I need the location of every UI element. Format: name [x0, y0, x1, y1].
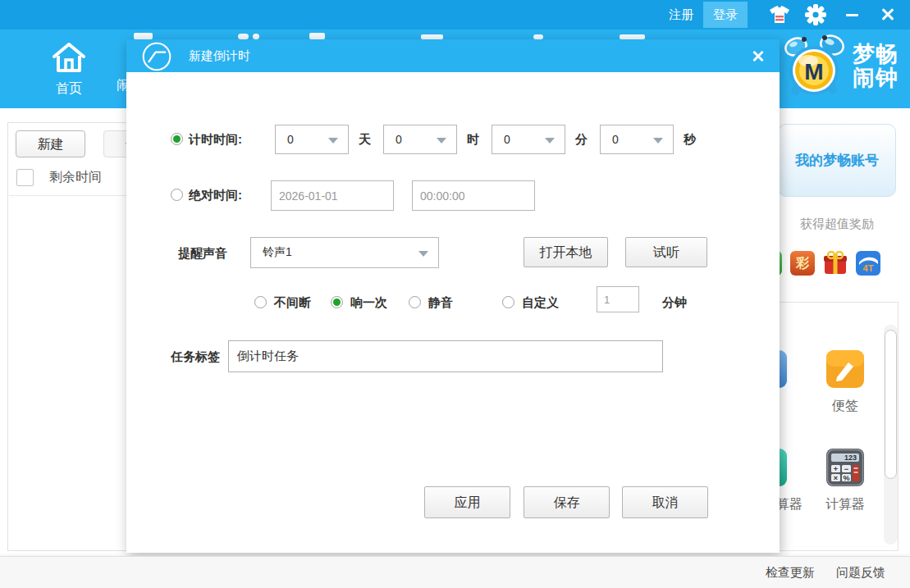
window-close-button[interactable]: [876, 2, 900, 27]
apply-button[interactable]: 应用: [424, 486, 510, 518]
preview-sound-button[interactable]: 试听: [625, 237, 707, 267]
nav-home[interactable]: 首页: [44, 41, 94, 98]
nav-icon-fragment: [309, 33, 325, 39]
ring-continuous-label[interactable]: 不间断: [274, 295, 311, 311]
custom-minutes-input[interactable]: 1: [597, 286, 639, 312]
chevron-down-icon: [653, 138, 663, 144]
unit-days: 天: [359, 132, 371, 148]
account-card[interactable]: 我的梦畅账号: [778, 124, 896, 197]
scrollbar-thumb[interactable]: [885, 330, 897, 479]
dialog-close-button[interactable]: [748, 46, 768, 66]
minimize-button[interactable]: [839, 2, 864, 27]
promo-4t-icon[interactable]: 4T: [856, 251, 880, 276]
task-label: 任务标签: [171, 349, 220, 365]
column-remaining-time: 剩余时间: [49, 169, 102, 186]
notes-app-icon[interactable]: [826, 350, 864, 388]
calculator-app-icon[interactable]: 123 + − × %: [826, 449, 864, 486]
settings-gear-icon[interactable]: [803, 2, 828, 27]
cancel-button[interactable]: 取消: [622, 486, 708, 518]
nav-icon-fragment: [253, 34, 259, 39]
timer-time-radio[interactable]: [171, 133, 183, 145]
login-link[interactable]: 登录: [703, 2, 748, 28]
svg-text:−: −: [844, 465, 848, 473]
apps-panel: [776, 302, 899, 551]
alarm-clock-logo-icon: M: [782, 34, 848, 98]
time-input[interactable]: 00:00:00: [412, 180, 535, 211]
open-local-button[interactable]: 打开本地: [524, 237, 608, 267]
ring-once-label[interactable]: 响一次: [350, 295, 387, 311]
check-update-link[interactable]: 检查更新: [766, 565, 815, 581]
minutes-dropdown[interactable]: 0: [492, 125, 565, 154]
absolute-time-radio[interactable]: [171, 189, 183, 201]
svg-text:4T: 4T: [863, 263, 874, 273]
app-name: 梦畅 闹钟: [853, 43, 899, 90]
timer-time-label: 计时时间:: [189, 132, 242, 148]
chevron-down-icon: [545, 138, 555, 144]
unit-seconds: 秒: [684, 132, 696, 148]
chevron-down-icon: [418, 251, 428, 257]
new-countdown-dialog: 新建倒计时 计时时间: 0 天 0 时 0 分 0 秒 绝对时间: 2026-0…: [126, 39, 780, 553]
skin-shirt-icon[interactable]: [767, 2, 792, 27]
ring-once-radio[interactable]: [331, 296, 343, 308]
svg-text:×: ×: [834, 474, 838, 482]
account-label: 我的梦畅账号: [795, 151, 879, 170]
absolute-time-label: 绝对时间:: [189, 188, 242, 203]
seconds-dropdown[interactable]: 0: [600, 125, 674, 154]
ring-continuous-radio[interactable]: [254, 296, 267, 308]
app-logo: M 梦畅 闹钟: [782, 34, 899, 98]
ring-mute-label[interactable]: 静音: [428, 295, 453, 311]
date-input[interactable]: 2026-01-01: [271, 180, 394, 211]
custom-minutes-unit: 分钟: [662, 295, 687, 311]
chevron-down-icon: [328, 138, 338, 144]
chevron-down-icon: [437, 138, 446, 144]
statusbar: 检查更新 问题反馈: [0, 556, 910, 588]
nav-icon-fragment: [238, 34, 249, 39]
svg-text:123: 123: [844, 454, 857, 462]
nav-icon-fragment: [134, 33, 153, 39]
app-window: 注册 登录: [0, 0, 910, 588]
hours-dropdown[interactable]: 0: [383, 125, 457, 154]
select-all-checkbox[interactable]: [16, 169, 34, 186]
dialog-title: 新建倒计时: [189, 39, 250, 72]
feedback-link[interactable]: 问题反馈: [836, 565, 885, 581]
rewards-title: 获得超值奖励: [775, 217, 899, 232]
calculator-app-label[interactable]: 计算器: [825, 496, 865, 513]
ringtone-dropdown[interactable]: 铃声1: [250, 237, 439, 268]
promo-lottery-icon[interactable]: 彩: [790, 251, 815, 276]
ring-mute-radio[interactable]: [409, 296, 421, 308]
nav-home-label: 首页: [44, 80, 94, 98]
svg-text:%: %: [843, 474, 849, 482]
new-task-button[interactable]: 新建: [16, 130, 85, 157]
dialog-titlebar: 新建倒计时: [126, 39, 780, 72]
ring-custom-radio[interactable]: [502, 296, 514, 308]
ring-custom-label[interactable]: 自定义: [522, 295, 559, 311]
unit-hours: 时: [467, 132, 479, 148]
svg-text:M: M: [804, 59, 823, 84]
task-name-input[interactable]: 倒计时任务: [228, 340, 663, 372]
notes-app-label[interactable]: 便签: [832, 398, 858, 415]
svg-text:+: +: [834, 465, 838, 473]
promo-gift-icon[interactable]: [823, 251, 848, 276]
save-button[interactable]: 保存: [524, 486, 610, 518]
register-link[interactable]: 注册: [659, 2, 703, 28]
countdown-clock-icon: [133, 41, 181, 75]
sound-label: 提醒声音: [178, 246, 227, 262]
days-dropdown[interactable]: 0: [275, 125, 349, 154]
topbar: 注册 登录: [0, 0, 910, 30]
home-icon: [51, 41, 87, 74]
unit-minutes: 分: [575, 132, 588, 148]
